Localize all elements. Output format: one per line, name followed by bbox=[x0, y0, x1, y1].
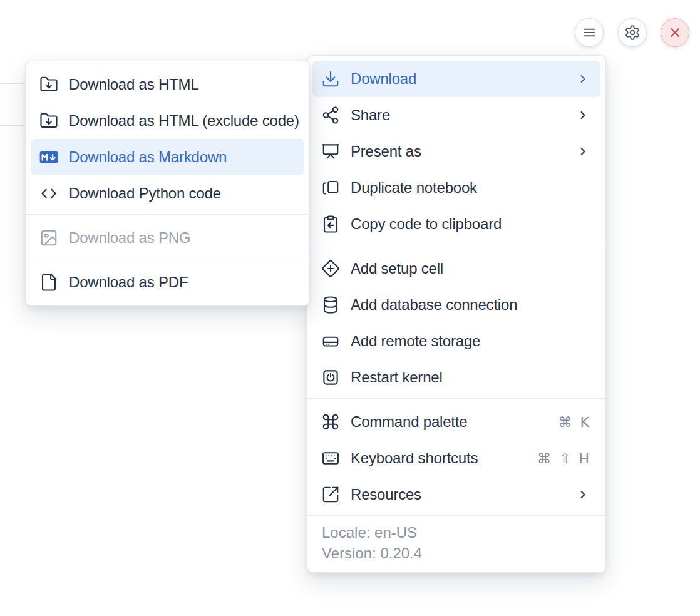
folder-down-icon bbox=[39, 75, 58, 94]
share-icon bbox=[321, 106, 340, 125]
folder-down-icon bbox=[39, 111, 58, 130]
menu-item-label: Keyboard shortcuts bbox=[351, 449, 478, 467]
clipboard-arrow-icon bbox=[321, 215, 340, 234]
menu-separator bbox=[26, 214, 309, 215]
chevron-right-icon bbox=[577, 73, 589, 85]
menu-item-resources[interactable]: Resources bbox=[312, 476, 600, 513]
menu-item-label: Download as HTML bbox=[69, 76, 199, 93]
gear-icon bbox=[624, 24, 641, 41]
page-divider-line bbox=[0, 125, 24, 126]
download-submenu: Download as HTML Download as HTML (exclu… bbox=[25, 61, 310, 306]
copy-icon bbox=[321, 178, 340, 197]
menu-item-label: Download bbox=[351, 70, 416, 88]
menu-item-label: Resources bbox=[351, 486, 421, 503]
menu-item-label: Duplicate notebook bbox=[351, 179, 477, 197]
settings-button[interactable] bbox=[618, 18, 647, 47]
menu-item-duplicate-notebook[interactable]: Duplicate notebook bbox=[312, 170, 600, 206]
menu-item-label: Command palette bbox=[351, 413, 467, 431]
hard-drive-icon bbox=[321, 332, 340, 351]
menu-item-share[interactable]: Share bbox=[312, 97, 600, 133]
chevron-right-icon bbox=[577, 109, 589, 121]
code-icon bbox=[39, 184, 58, 203]
markdown-download-icon bbox=[39, 148, 58, 167]
page-divider-line bbox=[0, 83, 24, 84]
command-icon bbox=[321, 413, 340, 431]
key-glyph: K bbox=[580, 414, 589, 430]
diamond-plus-icon bbox=[321, 259, 340, 278]
menu-item-label: Add setup cell bbox=[351, 260, 443, 277]
menu-item-label: Download Python code bbox=[69, 185, 221, 202]
menu-item-label: Download as PDF bbox=[69, 274, 188, 291]
menu-item-download[interactable]: Download bbox=[312, 61, 600, 97]
version-label: Version: 0.20.4 bbox=[322, 543, 591, 563]
locale-label: Locale: en-US bbox=[322, 522, 591, 543]
presentation-icon bbox=[321, 142, 340, 161]
chevron-right-icon bbox=[577, 145, 589, 158]
menu-item-label: Download as PNG bbox=[69, 229, 190, 247]
menu-item-download-python-code[interactable]: Download Python code bbox=[31, 175, 304, 212]
image-icon bbox=[39, 228, 58, 247]
menu-item-keyboard-shortcuts[interactable]: Keyboard shortcuts ⌘ ⇧ H bbox=[312, 440, 600, 476]
menu-item-present-as[interactable]: Present as bbox=[312, 133, 600, 170]
cmd-key-glyph: ⌘ bbox=[558, 414, 572, 430]
notebook-menu: Download Share Present as bbox=[307, 55, 606, 573]
menu-item-download-as-png[interactable]: Download as PNG bbox=[31, 220, 304, 256]
close-icon bbox=[667, 25, 682, 40]
menu-item-download-as-pdf[interactable]: Download as PDF bbox=[31, 264, 304, 300]
notebook-page: Download Share Present as bbox=[0, 0, 700, 616]
menu-item-label: Download as HTML (exclude code) bbox=[69, 112, 299, 130]
menu-item-label: Copy code to clipboard bbox=[351, 215, 502, 233]
shutdown-button[interactable] bbox=[661, 18, 689, 47]
external-link-icon bbox=[321, 485, 340, 504]
menu-separator bbox=[307, 245, 605, 245]
shortcut-hint: ⌘ K bbox=[558, 414, 589, 430]
notebook-menu-button[interactable] bbox=[575, 18, 604, 47]
menu-separator bbox=[307, 398, 605, 399]
menu-item-label: Share bbox=[351, 106, 390, 124]
shift-key-glyph: ⇧ bbox=[559, 451, 570, 466]
menu-item-download-as-html[interactable]: Download as HTML bbox=[31, 66, 304, 103]
keyboard-icon bbox=[321, 449, 340, 468]
menu-item-restart-kernel[interactable]: Restart kernel bbox=[312, 359, 600, 396]
file-icon bbox=[39, 273, 58, 292]
menu-item-copy-code[interactable]: Copy code to clipboard bbox=[312, 206, 600, 242]
hamburger-icon bbox=[581, 24, 597, 41]
download-icon bbox=[321, 69, 340, 88]
menu-item-command-palette[interactable]: Command palette ⌘ K bbox=[312, 404, 600, 440]
menu-item-add-database-connection[interactable]: Add database connection bbox=[312, 287, 600, 323]
menu-item-label: Present as bbox=[351, 143, 421, 160]
menu-separator bbox=[26, 259, 309, 259]
menu-item-label: Download as Markdown bbox=[69, 148, 227, 166]
menu-item-label: Add database connection bbox=[351, 296, 517, 314]
shortcut-hint: ⌘ ⇧ H bbox=[537, 451, 589, 466]
cmd-key-glyph: ⌘ bbox=[537, 451, 551, 466]
menu-item-add-setup-cell[interactable]: Add setup cell bbox=[312, 250, 600, 287]
menu-item-label: Restart kernel bbox=[351, 369, 443, 386]
power-square-icon bbox=[321, 368, 340, 387]
database-icon bbox=[321, 295, 340, 314]
menu-item-label: Add remote storage bbox=[351, 332, 480, 350]
chevron-right-icon bbox=[577, 488, 589, 501]
menu-item-download-as-markdown[interactable]: Download as Markdown bbox=[31, 139, 304, 175]
menu-footer: Locale: en-US Version: 0.20.4 bbox=[307, 515, 605, 572]
menu-item-add-remote-storage[interactable]: Add remote storage bbox=[312, 323, 600, 359]
menu-item-download-as-html-exclude-code[interactable]: Download as HTML (exclude code) bbox=[31, 103, 304, 139]
key-glyph: H bbox=[579, 451, 589, 466]
